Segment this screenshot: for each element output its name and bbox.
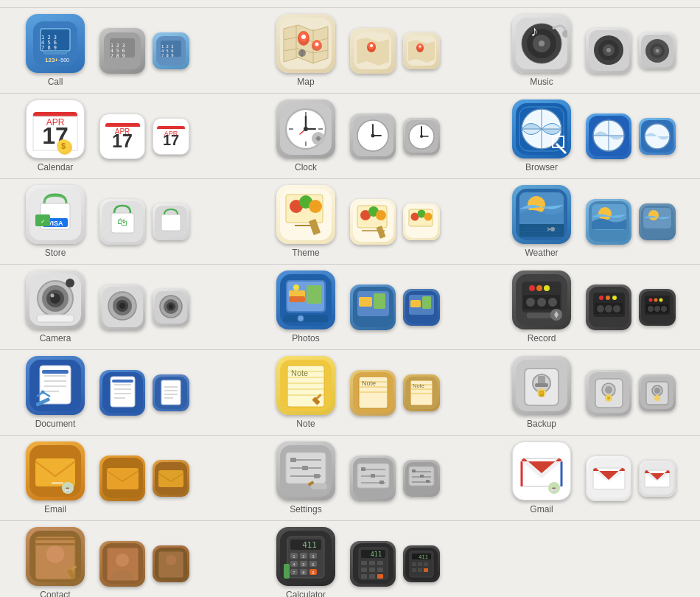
svg-text:♪: ♪	[531, 23, 538, 39]
svg-point-35	[419, 45, 421, 47]
contact-main-item[interactable]: Contact	[11, 527, 99, 597]
gmail-icon-main: ☕	[512, 441, 571, 500]
svg-point-31	[370, 44, 373, 47]
camera-main-item[interactable]: Camera	[11, 270, 99, 343]
svg-point-196	[548, 298, 557, 307]
svg-rect-371	[369, 574, 375, 579]
svg-rect-372	[377, 574, 383, 579]
svg-text:🛍: 🛍	[117, 216, 127, 228]
svg-rect-175	[307, 285, 321, 304]
svg-point-333	[116, 554, 129, 567]
gmail-main-item[interactable]: ☕ Gmail	[497, 441, 586, 514]
svg-point-177	[293, 284, 299, 290]
row-email-settings-gmail: ☕ Email Settings	[0, 436, 700, 521]
theme-main-item[interactable]: Theme	[262, 185, 350, 258]
svg-point-279	[654, 395, 660, 401]
browser-main-item[interactable]: Browser	[497, 100, 586, 172]
svg-text:✓: ✓	[41, 218, 46, 225]
photos-icon-main	[276, 270, 335, 329]
note-main-item[interactable]: Note Note	[262, 356, 350, 429]
svg-point-194	[526, 298, 535, 307]
call-label: Call	[48, 77, 63, 87]
call-icon-main: 1 2 34 5 67 8 9123+-500	[26, 14, 85, 73]
svg-text:Note: Note	[291, 369, 308, 377]
svg-point-165	[119, 303, 125, 309]
svg-rect-366	[377, 561, 383, 565]
map-main-item[interactable]: Map	[262, 14, 350, 87]
theme-icon-v3	[403, 203, 440, 240]
svg-rect-282	[52, 482, 63, 484]
note-icon-v2: Note	[350, 370, 396, 416]
backup-main-item[interactable]: Backup	[497, 356, 586, 429]
record-main-item[interactable]: Record	[497, 270, 586, 343]
settings-icon-main	[276, 441, 335, 500]
backup-icon-main	[512, 356, 571, 415]
svg-rect-365	[369, 561, 375, 565]
browser-icon-v2	[586, 114, 631, 159]
photos-main-item[interactable]: Photos	[262, 270, 350, 343]
settings-icon-v3	[403, 460, 440, 497]
svg-point-274	[607, 397, 610, 399]
browser-icon-main	[512, 100, 571, 158]
calculator-label: Calculator	[286, 590, 326, 597]
svg-point-215	[654, 306, 660, 312]
music-icon-v3	[639, 32, 676, 69]
svg-rect-379	[424, 562, 428, 566]
music-label: Music	[530, 77, 553, 87]
contact-icon-v3	[153, 545, 189, 582]
email-icon-main: ☕	[26, 441, 85, 500]
document-main-item[interactable]: Document	[11, 356, 99, 429]
svg-point-268	[540, 391, 544, 395]
svg-rect-178	[284, 315, 328, 322]
svg-rect-380	[412, 568, 416, 572]
svg-point-22	[301, 35, 306, 39]
clock-label: Clock	[295, 162, 317, 172]
gmail-icon-v2	[586, 455, 631, 501]
call-main-item[interactable]: 1 2 34 5 67 8 9123+-500 Call	[11, 14, 99, 87]
clock-main-item[interactable]: Clock	[262, 100, 350, 172]
svg-rect-315	[426, 480, 430, 483]
settings-label: Settings	[290, 504, 321, 514]
svg-rect-183	[374, 293, 385, 309]
camera-label: Camera	[40, 333, 71, 343]
svg-point-88	[371, 134, 374, 138]
calculator-main-item[interactable]: 411123456789 Calculator	[262, 527, 350, 597]
map-icon-v2	[350, 28, 396, 74]
settings-main-item[interactable]: Settings	[262, 441, 350, 514]
svg-text:411: 411	[302, 540, 317, 550]
calendar-main-item[interactable]: 17APR$ Calendar	[11, 100, 99, 172]
map-icon-main	[276, 14, 335, 73]
map-icon-v3	[403, 32, 440, 69]
theme-icon-v2	[350, 199, 396, 245]
clock-icon-v2	[350, 114, 396, 159]
calendar-icon-v3: 17APR	[153, 118, 189, 155]
calendar-label: Calendar	[38, 162, 74, 172]
svg-text:APR: APR	[114, 128, 130, 136]
svg-text:☕: ☕	[550, 485, 558, 492]
svg-rect-234	[161, 380, 181, 405]
weather-main-item[interactable]: Weather	[497, 185, 586, 258]
svg-rect-297	[314, 474, 320, 478]
theme-label: Theme	[292, 248, 319, 258]
row-camera-photos-record: Camera Photos	[0, 265, 700, 350]
svg-text:APR: APR	[164, 130, 178, 137]
clock-icon-v3	[403, 118, 440, 155]
svg-text:-500: -500	[59, 57, 69, 63]
svg-rect-369	[377, 568, 383, 572]
svg-rect-182	[359, 297, 372, 307]
app-icon-grid: 1 2 34 5 67 8 9123+-500 Call 1 2 34 5 67…	[0, 0, 700, 597]
svg-rect-298	[311, 483, 327, 489]
svg-point-210	[649, 298, 653, 301]
contact-icon-v2	[99, 541, 145, 587]
store-main-item[interactable]: VISA✓ Store	[11, 185, 99, 258]
note-icon-v3: Note	[403, 374, 440, 411]
music-main-item[interactable]: ♪ Music	[497, 14, 586, 87]
email-main-item[interactable]: ☕ Email	[11, 441, 99, 514]
svg-point-192	[544, 285, 550, 291]
photos-icon-v2	[350, 284, 396, 330]
camera-icon-main	[26, 270, 85, 329]
svg-rect-326	[35, 538, 75, 540]
svg-text:APR: APR	[46, 117, 65, 128]
weather-icon-main	[512, 185, 571, 244]
backup-icon-v3	[639, 374, 676, 411]
